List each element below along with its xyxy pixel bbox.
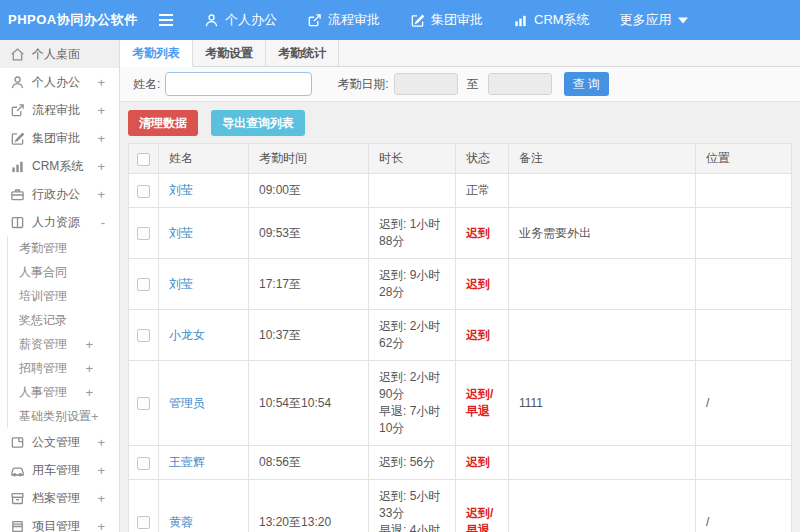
tab-考勤统计[interactable]: 考勤统计 bbox=[266, 40, 339, 66]
cell-status: 正常 bbox=[456, 174, 509, 208]
clean-data-button[interactable]: 清理数据 bbox=[128, 110, 198, 136]
cell-location: / bbox=[696, 361, 792, 446]
employee-name-link[interactable]: 小龙女 bbox=[169, 328, 205, 342]
sidebar-item-公文管理[interactable]: 公文管理+ bbox=[0, 428, 119, 456]
employee-name-link[interactable]: 刘莹 bbox=[169, 226, 193, 240]
sidebar-subitem-label: 培训管理 bbox=[19, 288, 93, 305]
cell-attendance-time: 10:37至 bbox=[249, 310, 369, 361]
cell-name: 小龙女 bbox=[159, 310, 249, 361]
name-label: 姓名: bbox=[133, 76, 160, 93]
column-header-姓名: 姓名 bbox=[159, 144, 249, 174]
tab-考勤列表[interactable]: 考勤列表 bbox=[120, 40, 193, 67]
sidebar-item-行政办公[interactable]: 行政办公+ bbox=[0, 180, 119, 208]
row-checkbox[interactable] bbox=[137, 227, 150, 240]
row-checkbox[interactable] bbox=[137, 397, 150, 410]
cell-name: 刘莹 bbox=[159, 259, 249, 310]
main-content: 考勤列表考勤设置考勤统计 姓名: 考勤日期: 至 查 询 清理数据 导出查询列表 bbox=[120, 40, 800, 532]
expand-icon: + bbox=[97, 75, 105, 90]
expand-icon: + bbox=[85, 337, 93, 352]
hamburger-menu-icon[interactable] bbox=[158, 13, 186, 27]
sidebar-item-个人办公[interactable]: 个人办公+ bbox=[0, 68, 119, 96]
sidebar-subitem-人事管理[interactable]: 人事管理+ bbox=[8, 380, 119, 404]
export-list-button[interactable]: 导出查询列表 bbox=[211, 110, 305, 136]
sidebar-item-人力资源[interactable]: 人力资源- bbox=[0, 208, 119, 236]
cell-note bbox=[509, 259, 696, 310]
column-header-时长: 时长 bbox=[369, 144, 456, 174]
employee-name-link[interactable]: 黄蓉 bbox=[169, 515, 193, 529]
row-checkbox[interactable] bbox=[137, 329, 150, 342]
nav-item-更多应用[interactable]: 更多应用 bbox=[620, 11, 688, 29]
nav-item-label: 集团审批 bbox=[431, 11, 483, 29]
cell-status: 迟到/早退 bbox=[456, 361, 509, 446]
navbar-items: 个人办公流程审批集团审批CRM系统更多应用 bbox=[204, 11, 718, 29]
expand-icon: + bbox=[97, 519, 105, 532]
home-icon bbox=[10, 47, 25, 62]
sidebar-subitem-考勤管理[interactable]: 考勤管理 bbox=[8, 236, 119, 260]
cell-name: 黄蓉 bbox=[159, 480, 249, 532]
column-header-状态: 状态 bbox=[456, 144, 509, 174]
sidebar-item-集团审批[interactable]: 集团审批+ bbox=[0, 124, 119, 152]
sidebar-subitem-label: 基础类别设置 bbox=[19, 408, 91, 425]
user-icon bbox=[204, 13, 219, 28]
employee-name-link[interactable]: 刘莹 bbox=[169, 183, 193, 197]
table-header-row: 姓名考勤时间时长状态备注位置 bbox=[129, 144, 792, 174]
select-all-checkbox[interactable] bbox=[137, 153, 150, 166]
sidebar-subitem-招聘管理[interactable]: 招聘管理+ bbox=[8, 356, 119, 380]
date-to-input[interactable] bbox=[488, 73, 552, 95]
sidebar-item-个人桌面[interactable]: 个人桌面 bbox=[0, 40, 119, 68]
user-icon bbox=[10, 75, 25, 90]
cell-location bbox=[696, 174, 792, 208]
nav-item-集团审批[interactable]: 集团审批 bbox=[410, 11, 483, 29]
cell-attendance-time: 09:53至 bbox=[249, 208, 369, 259]
row-checkbox[interactable] bbox=[137, 457, 150, 470]
row-checkbox[interactable] bbox=[137, 516, 150, 529]
sidebar-item-label: 个人桌面 bbox=[32, 46, 105, 63]
expand-icon: + bbox=[97, 435, 105, 450]
cell-attendance-time: 17:17至 bbox=[249, 259, 369, 310]
sidebar-subitem-基础类别设置[interactable]: 基础类别设置+ bbox=[8, 404, 119, 428]
cell-duration: 迟到: 2小时90分 早退: 7小时10分 bbox=[369, 361, 456, 446]
chart-icon bbox=[10, 159, 25, 174]
column-header-备注: 备注 bbox=[509, 144, 696, 174]
nav-item-label: 个人办公 bbox=[225, 11, 277, 29]
table-row: 黄蓉13:20至13:20迟到: 5小时33分 早退: 4小时67分迟到/早退/ bbox=[129, 480, 792, 532]
row-checkbox[interactable] bbox=[137, 278, 150, 291]
sidebar-item-项目管理[interactable]: 项目管理+ bbox=[0, 512, 119, 532]
table-body: 刘莹09:00至正常刘莹09:53至迟到: 1小时88分迟到业务需要外出刘莹17… bbox=[129, 174, 792, 532]
sidebar-subitem-培训管理[interactable]: 培训管理 bbox=[8, 284, 119, 308]
sidebar-item-label: 集团审批 bbox=[32, 130, 97, 147]
cell-status: 迟到 bbox=[456, 208, 509, 259]
table-row: 刘莹09:00至正常 bbox=[129, 174, 792, 208]
date-from-input[interactable] bbox=[394, 73, 458, 95]
archive-icon bbox=[10, 491, 25, 506]
sidebar-item-档案管理[interactable]: 档案管理+ bbox=[0, 484, 119, 512]
table-row: 王壹辉08:56至迟到: 56分迟到 bbox=[129, 446, 792, 480]
sidebar-item-用车管理[interactable]: 用车管理+ bbox=[0, 456, 119, 484]
cell-duration: 迟到: 9小时28分 bbox=[369, 259, 456, 310]
sidebar-item-label: 用车管理 bbox=[32, 462, 97, 479]
search-button[interactable]: 查 询 bbox=[564, 72, 609, 96]
sidebar-item-CRM系统[interactable]: CRM系统+ bbox=[0, 152, 119, 180]
employee-name-link[interactable]: 刘莹 bbox=[169, 277, 193, 291]
row-checkbox[interactable] bbox=[137, 185, 150, 198]
employee-name-link[interactable]: 管理员 bbox=[169, 396, 205, 410]
name-input[interactable] bbox=[165, 72, 312, 96]
employee-name-link[interactable]: 王壹辉 bbox=[169, 455, 205, 469]
sidebar-item-流程审批[interactable]: 流程审批+ bbox=[0, 96, 119, 124]
cell-status: 迟到 bbox=[456, 446, 509, 480]
cell-note bbox=[509, 480, 696, 532]
sidebar-item-label: 个人办公 bbox=[32, 74, 97, 91]
expand-icon: + bbox=[97, 463, 105, 478]
sidebar-subitem-人事合同[interactable]: 人事合同 bbox=[8, 260, 119, 284]
collapse-icon: - bbox=[101, 215, 105, 230]
nav-item-个人办公[interactable]: 个人办公 bbox=[204, 11, 277, 29]
sidebar-subitem-薪资管理[interactable]: 薪资管理+ bbox=[8, 332, 119, 356]
expand-icon: + bbox=[91, 409, 99, 424]
sidebar-subitem-奖惩记录[interactable]: 奖惩记录 bbox=[8, 308, 119, 332]
nav-item-label: CRM系统 bbox=[534, 11, 590, 29]
tab-考勤设置[interactable]: 考勤设置 bbox=[193, 40, 266, 66]
nav-item-流程审批[interactable]: 流程审批 bbox=[307, 11, 380, 29]
nav-item-CRM系统[interactable]: CRM系统 bbox=[513, 11, 590, 29]
table-row: 刘莹17:17至迟到: 9小时28分迟到 bbox=[129, 259, 792, 310]
sidebar-item-label: 档案管理 bbox=[32, 490, 97, 507]
